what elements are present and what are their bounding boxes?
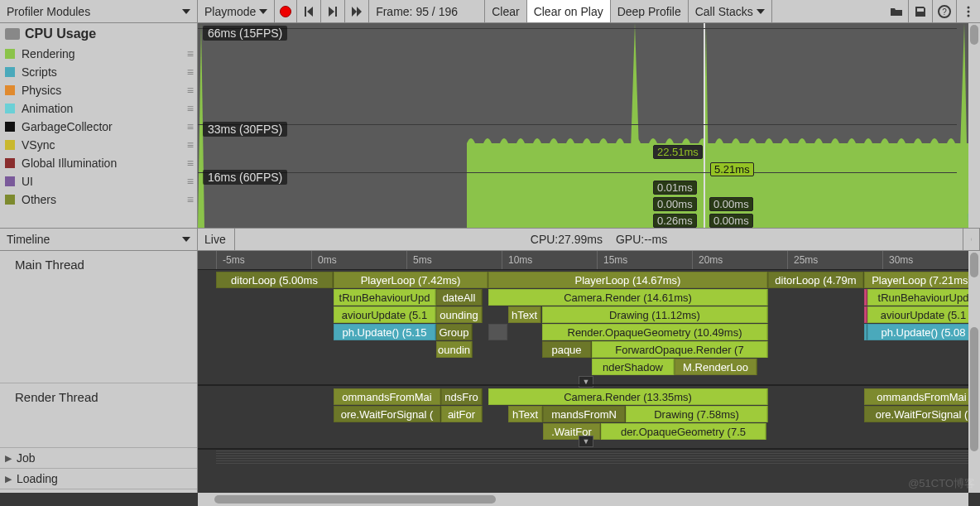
timeline-block[interactable]: Camera.Render (14.61ms) <box>488 289 768 306</box>
help-button[interactable]: ? <box>933 0 957 22</box>
ms-badge: 0.00ms <box>653 197 697 211</box>
thread-main[interactable]: Main Thread <box>0 251 197 383</box>
scrollbar-thumb[interactable] <box>970 25 978 45</box>
last-frame-button[interactable] <box>345 0 369 22</box>
clear-on-play-button[interactable]: Clear on Play <box>527 0 611 22</box>
timeline-menu-button[interactable] <box>963 229 980 250</box>
timeline-block[interactable]: aitFor <box>441 406 483 422</box>
timeline-block[interactable]: hText <box>508 306 541 323</box>
sidebar-item-global illumination[interactable]: Global Illumination≡ <box>0 154 197 172</box>
dropdown-icon <box>757 9 765 14</box>
live-button[interactable]: Live <box>198 229 235 250</box>
timeline-block[interactable]: nderShadow <box>592 359 675 375</box>
timeline-block[interactable]: M.RenderLoo <box>675 359 757 375</box>
frame-cursor[interactable] <box>704 23 705 228</box>
timeline-block[interactable]: Camera.Render (13.35ms) <box>488 388 768 405</box>
timeline-block[interactable]: Group <box>436 324 473 340</box>
next-frame-button[interactable] <box>321 0 345 22</box>
timeline-block[interactable]: mandsFromN <box>543 406 626 422</box>
deep-profile-button[interactable]: Deep Profile <box>611 0 689 22</box>
drag-grip-icon[interactable]: ≡ <box>187 47 192 60</box>
cpu-graph[interactable]: 66ms (15FPS)33ms (30FPS)16ms (60FPS) 22.… <box>198 23 980 228</box>
timeline-block[interactable]: dateAll <box>436 289 483 306</box>
timeline-block[interactable]: paque <box>542 341 592 358</box>
thread-loading[interactable]: ▶ Loading <box>0 469 197 489</box>
sidebar-title: CPU Usage <box>0 23 197 45</box>
timeline-block[interactable]: Render.OpaqueGeometry (10.49ms) <box>542 324 768 340</box>
timeline-block[interactable]: ounding <box>436 306 483 323</box>
scrollbar-thumb[interactable] <box>970 253 978 277</box>
graph-scrollbar[interactable] <box>968 23 980 228</box>
drag-grip-icon[interactable]: ≡ <box>187 138 192 152</box>
profiler-modules-dropdown[interactable]: Profiler Modules <box>0 0 198 22</box>
time-ruler[interactable]: -5ms0ms5ms10ms15ms20ms25ms30ms <box>198 251 980 270</box>
timeline-block[interactable]: ommandsFromMai <box>334 388 441 405</box>
timeline-block[interactable]: PlayerLoop (7.42ms) <box>334 272 488 288</box>
sidebar-item-ui[interactable]: UI≡ <box>0 172 197 190</box>
folder-open-icon <box>890 5 903 18</box>
timeline-block[interactable]: ore.WaitForSignal ( <box>334 406 441 422</box>
sidebar-item-label: GarbageCollector <box>22 120 113 133</box>
context-menu-button[interactable] <box>957 0 980 22</box>
call-stacks-button[interactable]: Call Stacks <box>689 0 772 22</box>
timeline-block[interactable]: ore.WaitForSignal ( <box>864 406 980 422</box>
playmode-dropdown[interactable]: Playmode <box>198 0 275 22</box>
color-swatch <box>5 140 15 150</box>
sidebar-item-rendering[interactable]: Rendering≡ <box>0 45 197 63</box>
sidebar-item-vsync[interactable]: VSync≡ <box>0 136 197 154</box>
sidebar-item-others[interactable]: Others≡ <box>0 190 197 209</box>
timeline-block[interactable] <box>488 324 508 340</box>
timeline-block[interactable]: ditorLoop (4.79m <box>768 272 864 288</box>
scrollbar-thumb[interactable] <box>970 327 978 451</box>
sidebar-item-physics[interactable]: Physics≡ <box>0 81 197 99</box>
sidebar-item-scripts[interactable]: Scripts≡ <box>0 63 197 81</box>
sidebar-item-garbagecollector[interactable]: GarbageCollector≡ <box>0 118 197 136</box>
timeline-block[interactable]: PlayerLoop (7.21ms) <box>864 272 980 288</box>
timeline-block[interactable]: ndsFro <box>441 388 483 405</box>
timeline-block[interactable]: ph.Update() (5.15 <box>334 324 436 340</box>
frame-indicator[interactable]: Frame: 95 / 196 <box>369 0 485 22</box>
timeline-block[interactable]: tRunBehaviourUpd <box>334 289 436 306</box>
timeline-vscroll[interactable] <box>968 251 980 493</box>
timeline-block[interactable]: hText <box>508 406 543 422</box>
timeline-block[interactable]: ForwardOpaque.Render (7 <box>592 341 768 358</box>
drag-grip-icon[interactable]: ≡ <box>187 102 192 115</box>
graph-area[interactable]: 66ms (15FPS)33ms (30FPS)16ms (60FPS) 22.… <box>198 23 968 228</box>
timeline-block[interactable]: oundin <box>436 341 473 358</box>
timeline-block[interactable]: ditorLoop (5.00ms <box>216 272 334 288</box>
clear-button[interactable]: Clear <box>485 0 526 22</box>
fps-guide-label: 33ms (30FPS) <box>203 122 287 137</box>
drag-grip-icon[interactable]: ≡ <box>187 193 192 206</box>
sidebar-item-animation[interactable]: Animation≡ <box>0 99 197 118</box>
scrollbar-thumb[interactable] <box>214 495 496 504</box>
timeline-block[interactable]: tRunBehaviourUpd <box>867 289 980 306</box>
save-button[interactable] <box>909 0 933 22</box>
timeline-block[interactable]: aviourUpdate (5.1 <box>867 306 980 323</box>
svg-point-13 <box>971 240 972 241</box>
fps-guide-label: 16ms (60FPS) <box>203 170 287 185</box>
timeline-tracks[interactable]: -5ms0ms5ms10ms15ms20ms25ms30ms ditorLoop… <box>198 251 980 493</box>
timeline-block[interactable]: Drawing (7.58ms) <box>626 406 768 422</box>
drag-grip-icon[interactable]: ≡ <box>187 65 192 79</box>
expand-button[interactable]: ▼ <box>579 436 593 447</box>
drag-grip-icon[interactable]: ≡ <box>187 175 192 188</box>
timeline-block[interactable]: Drawing (11.12ms) <box>542 306 768 323</box>
svg-point-12 <box>971 239 972 240</box>
timeline-block[interactable]: aviourUpdate (5.1 <box>334 306 436 323</box>
timeline-block[interactable]: PlayerLoop (14.67ms) <box>488 272 768 288</box>
drag-grip-icon[interactable]: ≡ <box>187 120 192 133</box>
thread-render[interactable]: Render Thread <box>0 383 197 448</box>
timeline-block[interactable]: ph.Update() (5.08 <box>867 324 980 340</box>
record-button[interactable] <box>275 0 297 22</box>
load-button[interactable] <box>885 0 909 22</box>
timeline-view-dropdown[interactable]: Timeline <box>0 229 198 250</box>
timeline-block[interactable]: der.OpaqueGeometry (7.5 <box>601 423 766 440</box>
thread-job[interactable]: ▶ Job <box>0 448 197 469</box>
drag-grip-icon[interactable]: ≡ <box>187 84 192 97</box>
prev-frame-button[interactable] <box>297 0 321 22</box>
ruler-tick: 5ms <box>413 254 432 266</box>
drag-grip-icon[interactable]: ≡ <box>187 157 192 170</box>
cpu-usage-sidebar: CPU Usage Rendering≡Scripts≡Physics≡Anim… <box>0 23 198 228</box>
timeline-block[interactable]: ommandsFromMai <box>864 388 980 405</box>
timeline-hscroll[interactable] <box>198 493 968 506</box>
